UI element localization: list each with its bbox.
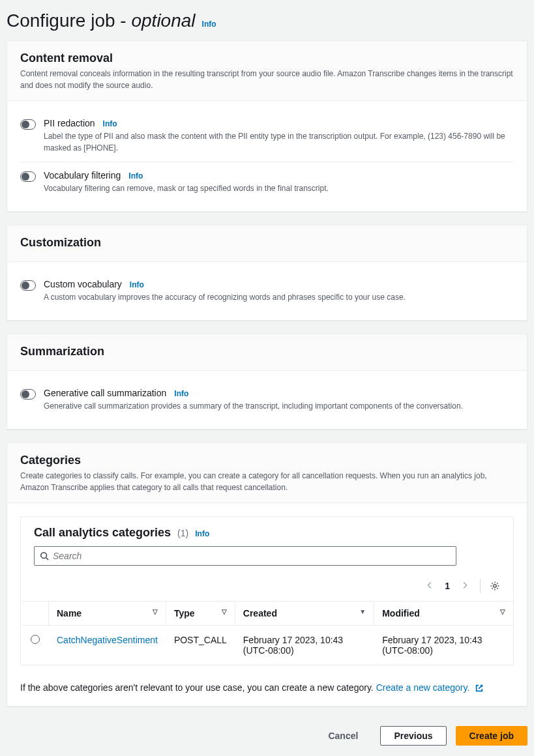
cell-type: POST_CALL — [166, 626, 235, 665]
categories-desc: Create categories to classify calls. For… — [20, 470, 514, 493]
cv-desc: A custom vocabulary improves the accurac… — [44, 291, 514, 303]
pii-title: PII redaction — [44, 118, 95, 128]
col-type[interactable]: Type▽ — [166, 602, 235, 626]
divider — [480, 579, 481, 593]
next-page-button[interactable] — [459, 579, 471, 593]
svg-point-2 — [494, 585, 496, 587]
prev-page-button[interactable] — [424, 579, 436, 593]
search-input-wrap[interactable] — [34, 546, 456, 566]
svg-line-1 — [46, 558, 49, 560]
call-analytics-subpanel: Call analytics categories (1) Info 1 — [20, 516, 514, 665]
sort-icon: ▽ — [222, 608, 227, 615]
vocab-desc: Vocabulary filtering can remove, mask or… — [44, 182, 514, 194]
gs-title: Generative call summarization — [44, 388, 166, 398]
search-icon — [40, 551, 49, 560]
search-input[interactable] — [53, 551, 451, 561]
gs-desc: Generative call summarization provides a… — [44, 400, 514, 412]
previous-button[interactable]: Previous — [380, 726, 446, 746]
gear-icon — [490, 581, 500, 591]
content-removal-panel: Content removal Content removal conceals… — [7, 40, 527, 212]
col-modified[interactable]: Modified▽ — [374, 602, 513, 626]
external-link-icon — [475, 684, 484, 693]
chevron-left-icon — [425, 581, 434, 590]
vocab-filtering-toggle[interactable] — [20, 171, 36, 182]
col-select — [22, 602, 49, 626]
create-job-button[interactable]: Create job — [456, 726, 527, 746]
call-analytics-title: Call analytics categories — [34, 526, 171, 540]
vocab-info-link[interactable]: Info — [128, 171, 143, 181]
page-title: Configure job - optional — [7, 10, 196, 31]
chevron-right-icon — [460, 581, 469, 590]
call-analytics-count: (1) — [177, 528, 188, 538]
cell-modified: February 17 2023, 10:43 (UTC-08:00) — [374, 626, 513, 665]
categories-table: Name▽ Type▽ Created▼ Modified▽ CatchNega… — [21, 601, 513, 665]
cv-title: Custom vocabulary — [44, 279, 122, 289]
content-removal-heading: Content removal — [20, 51, 514, 65]
create-category-link[interactable]: Create a new category. — [376, 682, 484, 693]
table-row: CatchNegativeSentiment POST_CALL Februar… — [22, 626, 514, 665]
generative-summarization-toggle[interactable] — [20, 389, 36, 400]
vocab-title: Vocabulary filtering — [44, 170, 121, 181]
sort-icon: ▽ — [500, 608, 505, 615]
customization-panel: Customization Custom vocabulary Info A c… — [7, 225, 527, 321]
svg-point-0 — [41, 553, 47, 559]
col-created[interactable]: Created▼ — [235, 602, 374, 626]
call-analytics-info-link[interactable]: Info — [195, 529, 209, 538]
gs-info-link[interactable]: Info — [174, 389, 188, 398]
sort-icon: ▽ — [153, 608, 158, 615]
pii-info-link[interactable]: Info — [103, 119, 117, 128]
page-info-link[interactable]: Info — [202, 20, 216, 29]
category-name-link[interactable]: CatchNegativeSentiment — [57, 635, 158, 645]
cell-created: February 17 2023, 10:43 (UTC-08:00) — [235, 626, 374, 665]
categories-panel: Categories Create categories to classify… — [7, 443, 527, 706]
col-name[interactable]: Name▽ — [49, 602, 166, 626]
categories-footer-note: If the above categories aren't relevant … — [7, 678, 527, 706]
custom-vocab-toggle[interactable] — [20, 280, 36, 291]
row-select-radio[interactable] — [31, 635, 40, 644]
pii-desc: Label the type of PII and also mask the … — [44, 130, 514, 154]
sort-icon: ▼ — [359, 608, 366, 615]
settings-button[interactable] — [490, 581, 500, 591]
content-removal-desc: Content removal conceals information in … — [20, 68, 514, 91]
page-number: 1 — [445, 581, 450, 591]
cancel-button[interactable]: Cancel — [315, 727, 371, 745]
customization-heading: Customization — [20, 236, 514, 250]
categories-heading: Categories — [20, 454, 514, 467]
pii-redaction-toggle[interactable] — [20, 119, 36, 130]
cv-info-link[interactable]: Info — [130, 280, 144, 289]
summarization-panel: Summarization Generative call summarizat… — [7, 334, 527, 429]
summarization-heading: Summarization — [20, 345, 514, 358]
